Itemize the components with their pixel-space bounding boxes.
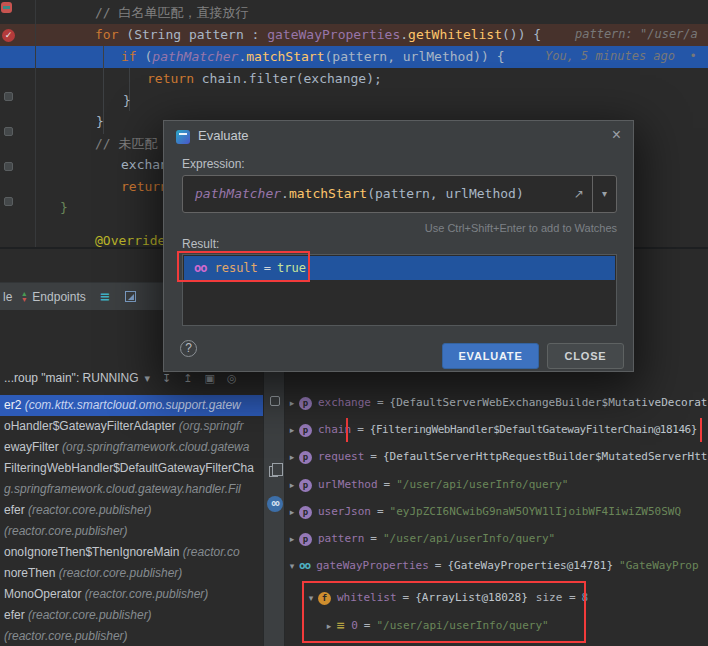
annotation-token: @Override	[95, 233, 165, 248]
keyword-token: if	[121, 49, 137, 64]
equals-sign: =	[364, 614, 371, 638]
copy-value-icon[interactable]	[269, 466, 278, 477]
variable-row-request[interactable]: ▸ p request = {DefaultServerHttpRequestB…	[285, 445, 708, 469]
evaluate-button[interactable]: EVALUATE	[442, 343, 539, 369]
result-row[interactable]: oo result = true	[184, 256, 615, 280]
chevron-right-icon[interactable]: ▸	[285, 445, 299, 469]
parameter-icon: p	[299, 479, 312, 492]
frame-package: g.springframework.cloud.gateway.handler.…	[4, 482, 241, 496]
parameter-icon: p	[299, 533, 312, 546]
result-area: oo result = true	[182, 254, 617, 326]
chevron-right-icon[interactable]: ▸	[322, 614, 336, 638]
close-icon[interactable]: ×	[612, 126, 621, 144]
gutter-mark-icon[interactable]	[4, 127, 13, 136]
stack-frame[interactable]: oHandler$GatewayFilterAdapter (org.sprin…	[0, 416, 263, 437]
equals-sign: =	[264, 256, 271, 280]
equals-sign: =	[357, 418, 364, 442]
equals-sign: =	[403, 586, 410, 610]
layout-icon[interactable]	[125, 291, 136, 302]
view-breakpoints-icon[interactable]: ▣	[205, 372, 215, 385]
tab-console-partial[interactable]: le	[3, 290, 12, 304]
hamburger-menu-icon[interactable]: ≡	[100, 290, 111, 303]
variable-row-whitelist[interactable]: ▾ f whitelist = {ArrayList@18028} size =…	[285, 586, 708, 610]
watch-icon: oo	[299, 554, 310, 578]
variable-row-exchange[interactable]: ▸ p exchange = {DefaultServerWebExchange…	[285, 391, 708, 415]
chevron-right-icon[interactable]: ▸	[285, 391, 299, 415]
variable-value-string: "/user/api/userInfo/query"	[396, 473, 568, 497]
expression-input[interactable]: pathMatcher.matchStart(pattern, urlMetho…	[182, 175, 617, 213]
stack-frame[interactable]: MonoOperator (reactor.core.publisher)	[0, 584, 263, 605]
stack-frame[interactable]: g.springframework.cloud.gateway.handler.…	[0, 479, 263, 500]
stack-frame[interactable]: noreThen (reactor.core.publisher)	[0, 563, 263, 584]
chevron-right-icon[interactable]: ▸	[285, 473, 299, 497]
variable-row-urlMethod[interactable]: ▸ p urlMethod = "/user/api/userInfo/quer…	[285, 473, 708, 497]
code-line-if: if (pathMatcher.matchStart(pattern, urlM…	[121, 46, 505, 67]
method-token: matchStart	[289, 186, 367, 201]
method-token: getWhitelist	[408, 27, 502, 42]
thread-dropdown-icon[interactable]: ▾	[145, 372, 151, 385]
expression-label: Expression:	[182, 157, 245, 171]
equals-sign: =	[435, 554, 442, 578]
dialog-title: Evaluate	[198, 128, 249, 143]
field-icon: f	[318, 592, 331, 605]
dropdown-arrow-icon[interactable]: ▾	[592, 176, 616, 212]
variable-row-pattern[interactable]: ▸ p pattern = "/user/api/userInfo/query"	[285, 527, 708, 551]
frame-class: ewayFilter	[4, 440, 62, 454]
chevron-down-icon[interactable]: ▾	[304, 586, 318, 610]
frame-package: (reactor.core.publisher)	[4, 524, 128, 538]
size-label: size =	[536, 586, 576, 610]
chevron-right-icon[interactable]: ▸	[285, 418, 299, 442]
help-icon[interactable]: ?	[180, 340, 197, 357]
field-token: pathMatcher	[152, 49, 238, 64]
variable-name: gateWayProperties	[316, 554, 429, 578]
frame-class: onoIgnoreThen$ThenIgnoreMain	[4, 545, 183, 559]
frame-class: FilteringWebHandler$DefaultGatewayFilter…	[4, 461, 254, 475]
step-out-icon[interactable]: ↥	[183, 372, 192, 385]
frame-package: (reactor.core.publisher)	[4, 629, 128, 643]
stack-frame[interactable]: (reactor.core.publisher)	[0, 521, 263, 542]
stack-frame[interactable]: ewayFilter (org.springframework.cloud.ga…	[0, 437, 263, 458]
variable-row-chain[interactable]: ▸ p chain ={FilteringWebHandler$DefaultG…	[285, 418, 708, 442]
code-token: chain.filter(exchange);	[194, 71, 382, 86]
stack-frame[interactable]: efer (reactor.core.publisher)	[0, 605, 263, 626]
frame-package: (reactor.core.publisher)	[59, 566, 183, 580]
variable-value: {DefaultServerHttpRequestBuilder$Mutated…	[383, 445, 708, 469]
stack-frame[interactable]: onoIgnoreThen$ThenIgnoreMain (reactor.co	[0, 542, 263, 563]
evaluate-dialog-icon	[176, 130, 190, 144]
code-line-brace: }	[123, 90, 131, 111]
code-line-for: for (String pattern : gateWayProperties.…	[95, 24, 541, 45]
frame-class: noreThen	[4, 566, 59, 580]
field-token: gateWayProperties	[267, 27, 400, 42]
keyword-token: return	[147, 71, 194, 86]
tab-endpoints[interactable]: Endpoints	[32, 290, 85, 304]
step-into-icon[interactable]: ↧	[162, 372, 171, 385]
close-button[interactable]: CLOSE	[547, 343, 624, 369]
gutter-mark-icon[interactable]	[4, 162, 13, 171]
chevron-down-icon[interactable]: ▾	[285, 554, 299, 578]
variable-name: request	[318, 445, 364, 469]
restore-layout-icon[interactable]	[270, 396, 280, 406]
stack-frame[interactable]: (reactor.core.publisher)	[0, 626, 263, 646]
expand-icon[interactable]: ↗	[574, 176, 584, 212]
gutter-mark-icon[interactable]	[4, 92, 13, 101]
variable-row-gateWayProperties[interactable]: ▾ oo gateWayProperties = {GateWayPropert…	[285, 554, 708, 578]
watches-badge-icon[interactable]: oo	[267, 496, 283, 512]
chevron-right-icon[interactable]: ▸	[285, 527, 299, 551]
code-token: (pattern, urlMethod)) {	[325, 49, 505, 64]
stack-frame[interactable]: FilteringWebHandler$DefaultGatewayFilter…	[0, 458, 263, 479]
chevron-right-icon[interactable]: ▸	[285, 500, 299, 524]
variable-value-string: "GateWayProp	[619, 554, 698, 578]
breakpoint-icon[interactable]: ✓	[2, 29, 15, 42]
stack-frame[interactable]: er2 (com.kttx.smartcloud.omo.support.gat…	[0, 395, 263, 416]
frame-package: (reactor.core.publisher)	[85, 587, 209, 601]
variable-row-userJson[interactable]: ▸ p userJson = "eyJpZCI6NCwibG9naW5OYW1l…	[285, 500, 708, 524]
equals-sign: =	[377, 391, 384, 415]
variable-row-item0[interactable]: ▸ ≡ 0 = "/user/api/userInfo/query"	[285, 614, 708, 638]
equals-sign: =	[370, 527, 377, 551]
mute-breakpoints-icon[interactable]: ◎	[227, 372, 237, 385]
keyword-token: for	[95, 27, 118, 42]
code-line-return: return chain.filter(exchange);	[147, 68, 382, 89]
gutter-mark-icon[interactable]	[4, 197, 13, 206]
variable-value: {FilteringWebHandler$DefaultGatewayFilte…	[370, 418, 697, 442]
stack-frame[interactable]: efer (reactor.core.publisher)	[0, 500, 263, 521]
